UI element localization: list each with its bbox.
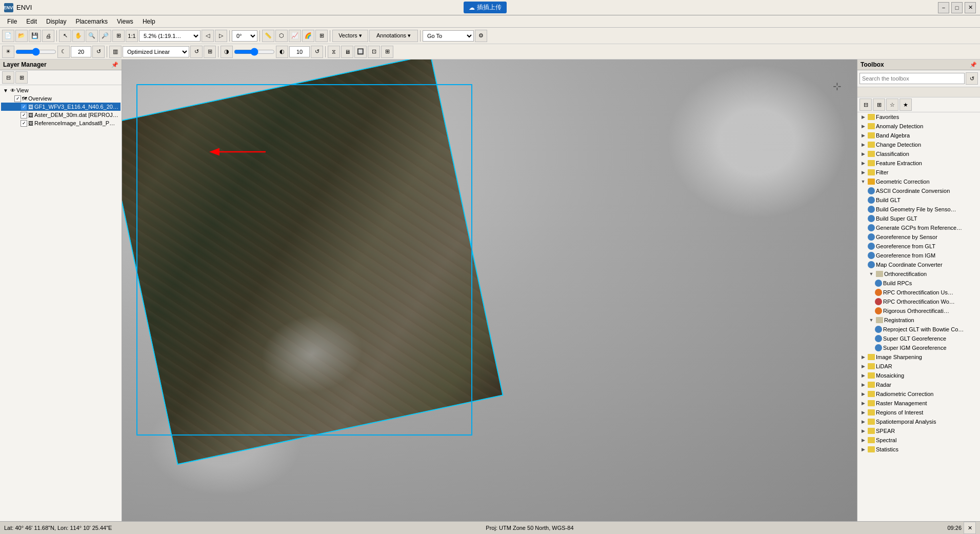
roi-tool[interactable]: ⬡ <box>275 30 288 42</box>
mosaicking-expand-icon[interactable]: ▶ <box>859 372 867 379</box>
settings-btn[interactable]: ⚙ <box>475 30 487 42</box>
save-button[interactable]: 💾 <box>29 30 41 42</box>
tb-radar[interactable]: ▶ Radar <box>857 380 980 389</box>
tb-fav-star[interactable]: ☆ <box>886 98 898 111</box>
zoom-back[interactable]: ◁ <box>202 30 214 42</box>
tb-feature-extraction[interactable]: ▶ Feature Extraction <box>857 159 980 168</box>
new-button[interactable]: 📄 <box>2 30 14 42</box>
spectral-tool[interactable]: 🌈 <box>302 30 314 42</box>
tree-view-group[interactable]: ▼ 👁 View <box>1 86 121 94</box>
zoom-combo[interactable]: 5.2% (1:19.1… <box>139 30 201 42</box>
menu-placemarks[interactable]: Placemarks <box>71 17 112 26</box>
toolbox-search-btn[interactable]: ↺ <box>966 72 978 85</box>
radar-expand-icon[interactable]: ▶ <box>859 381 867 388</box>
rgb-icon[interactable]: 🔲 <box>354 46 367 58</box>
tree-aster-layer[interactable]: ✓ 🖼 Aster_DEM_30m.dat [REPROJ… <box>1 111 121 119</box>
tb-rigorous-ortho[interactable]: Rigorous Orthorectificati… <box>857 306 980 315</box>
img-sharp-expand-icon[interactable]: ▶ <box>859 353 867 361</box>
print-button[interactable]: 🖨 <box>42 30 54 42</box>
tb-build-geometry[interactable]: Build Geometry File by Senso… <box>857 205 980 214</box>
tb-anomaly[interactable]: ▶ Anomaly Detection <box>857 122 980 131</box>
layout-icon[interactable]: ⊡ <box>368 46 380 58</box>
brightness-reset[interactable]: ↺ <box>92 46 105 58</box>
band-algebra-expand-icon[interactable]: ▶ <box>859 132 867 139</box>
vectors-btn[interactable]: Vectors ▾ <box>332 30 368 42</box>
zoom-in-tool[interactable]: 🔍 <box>86 30 98 42</box>
tb-georef-glt[interactable]: Georeference from GLT <box>857 242 980 251</box>
anomaly-expand-icon[interactable]: ▶ <box>859 123 867 130</box>
tb-unfav-star[interactable]: ★ <box>899 98 912 111</box>
tb-image-sharpening[interactable]: ▶ Image Sharpening <box>857 352 980 362</box>
change-detection-expand-icon[interactable]: ▶ <box>859 141 867 148</box>
ref-expand[interactable] <box>12 120 19 127</box>
tb-expand-all[interactable]: ⊞ <box>873 98 885 111</box>
spectral-expand-icon[interactable]: ▶ <box>859 437 867 444</box>
tb-favorites[interactable]: ▶ Favorites <box>857 112 980 122</box>
annotations-btn[interactable]: Annotations ▾ <box>369 30 418 42</box>
tb-build-rpcs[interactable]: Build RPCs <box>857 279 980 288</box>
tb-rpc-ortho-wo[interactable]: RPC Orthorectification Wo… <box>857 297 980 306</box>
tb-raster-mgmt[interactable]: ▶ Raster Management <box>857 399 980 408</box>
angle-combo[interactable]: 0° <box>232 30 257 42</box>
menu-edit[interactable]: Edit <box>22 17 41 26</box>
menu-display[interactable]: Display <box>42 17 70 26</box>
tb-collapse-all[interactable]: ⊟ <box>859 98 872 111</box>
tb-roi[interactable]: ▶ Regions of Interest <box>857 408 980 417</box>
stretch-combo[interactable]: Optimized Linear <box>123 46 189 57</box>
tb-ascii-coord[interactable]: ASCII Coordinate Conversion <box>857 186 980 195</box>
tb-classification[interactable]: ▶ Classification <box>857 149 980 159</box>
status-close-btn[interactable]: ✕ <box>964 522 976 534</box>
close-button[interactable]: ✕ <box>965 2 976 13</box>
grid-icon2[interactable]: ⊞ <box>381 46 393 58</box>
display-icon[interactable]: 🖥 <box>341 46 353 58</box>
select-tool[interactable]: ↖ <box>59 30 71 42</box>
layer-manager-pin[interactable]: 📌 <box>111 62 118 68</box>
lm-expand-all[interactable]: ⊞ <box>15 71 28 84</box>
tb-statistics[interactable]: ▶ Statistics <box>857 445 980 454</box>
radiometric-expand-icon[interactable]: ▶ <box>859 390 867 398</box>
zoom-orig[interactable]: 1:1 <box>126 30 138 42</box>
tb-georef-sensor[interactable]: Georeference by Sensor <box>857 232 980 242</box>
tb-build-glt[interactable]: Build GLT <box>857 195 980 205</box>
stretch-settings[interactable]: ⊞ <box>204 46 216 58</box>
toolbox-search-input[interactable] <box>859 73 965 84</box>
tb-registration[interactable]: ▼ Registration <box>857 315 980 325</box>
tb-orthorect[interactable]: ▼ Orthorectification <box>857 269 980 279</box>
tb-change-detection[interactable]: ▶ Change Detection <box>857 140 980 149</box>
gf1-expand[interactable] <box>12 103 19 110</box>
tree-overview[interactable]: ✓ 🗺 Overview <box>1 94 121 103</box>
classification-expand-icon[interactable]: ▶ <box>859 150 867 157</box>
stretch-apply[interactable]: ↺ <box>190 46 203 58</box>
aster-expand[interactable] <box>12 111 19 118</box>
spear-expand-icon[interactable]: ▶ <box>859 427 867 434</box>
tb-super-igm-georef[interactable]: Super IGM Georeference <box>857 343 980 352</box>
tb-band-algebra[interactable]: ▶ Band Algebra <box>857 131 980 140</box>
tb-reproject-glt[interactable]: Reproject GLT with Bowtie Co… <box>857 325 980 334</box>
tb-filter[interactable]: ▶ Filter <box>857 168 980 177</box>
spatio-expand-icon[interactable]: ▶ <box>859 418 867 425</box>
minimize-button[interactable]: − <box>938 2 949 13</box>
tb-radiometric[interactable]: ▶ Radiometric Correction <box>857 389 980 399</box>
lidar-expand-icon[interactable]: ▶ <box>859 363 867 370</box>
raster-mgmt-expand-icon[interactable]: ▶ <box>859 400 867 407</box>
tb-lidar[interactable]: ▶ LiDAR <box>857 362 980 371</box>
contrast-slider[interactable] <box>234 48 275 56</box>
tb-georef-igm[interactable]: Georeference from IGM <box>857 251 980 260</box>
contrast-value[interactable]: 10 <box>289 46 310 57</box>
menu-file[interactable]: File <box>3 17 21 26</box>
open-button[interactable]: 📂 <box>15 30 28 42</box>
lm-collapse-all[interactable]: ⊟ <box>2 71 14 84</box>
geom-expand-icon[interactable]: ▼ <box>859 178 867 185</box>
tb-build-super-glt[interactable]: Build Super GLT <box>857 214 980 223</box>
toolbox-pin[interactable]: 📌 <box>970 62 977 68</box>
tb-map-coord[interactable]: Map Coordinate Converter <box>857 260 980 269</box>
zoom-fit[interactable]: ⊞ <box>112 30 125 42</box>
gf1-checkbox[interactable]: ✓ <box>21 104 27 110</box>
menu-views[interactable]: Views <box>113 17 137 26</box>
aster-checkbox[interactable]: ✓ <box>21 112 27 118</box>
tree-ref-layer[interactable]: ✓ 🖼 ReferenceImage_Landsat8_P… <box>1 119 121 127</box>
overview-checkbox[interactable]: ✓ <box>14 95 21 102</box>
tb-spatiotemporal[interactable]: ▶ Spatiotemporal Analysis <box>857 417 980 426</box>
sharpen-icon[interactable]: ⧖ <box>328 46 340 58</box>
cloud-upload-button[interactable]: ☁ 插插上传 <box>464 2 507 13</box>
